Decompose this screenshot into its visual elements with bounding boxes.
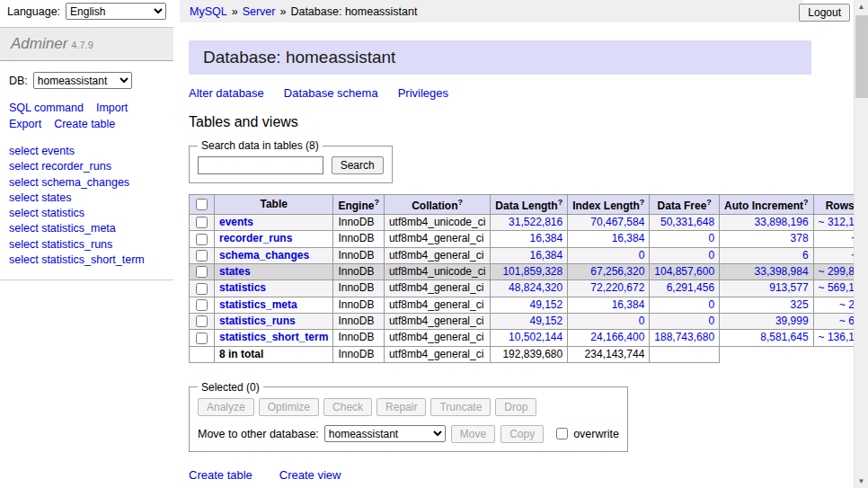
row-checkbox-states[interactable] [196, 266, 208, 278]
privileges-link[interactable]: Privileges [398, 86, 448, 100]
create-table-link[interactable]: Create table [189, 468, 252, 482]
db-select[interactable]: homeassistant [33, 72, 132, 89]
breadcrumb-server-link[interactable]: Server [243, 5, 276, 18]
create-view-link[interactable]: Create view [279, 468, 341, 482]
alter-database-link[interactable]: Alter database [189, 86, 264, 100]
data-free-link[interactable]: 0 [708, 298, 714, 311]
index-length-link[interactable]: 24,166,400 [590, 331, 644, 343]
column-header-index-length[interactable]: Index Length? [568, 195, 650, 215]
sidebar-select-statistics[interactable]: select statistics [9, 206, 164, 221]
data-free-link[interactable]: 6,291,456 [667, 281, 714, 294]
breadcrumb-mysql-link[interactable]: MySQL [190, 5, 227, 18]
sidebar-link-create-table[interactable]: Create table [54, 118, 115, 130]
data-length-link[interactable]: 48,824,320 [509, 281, 562, 294]
column-header-auto-increment[interactable]: Auto Increment? [720, 195, 814, 215]
data-free-link[interactable]: 0 [708, 315, 714, 327]
data-length-link[interactable]: 101,859,328 [502, 265, 562, 278]
sidebar-select-schema-changes[interactable]: select schema_changes [9, 175, 164, 191]
auto-increment-link[interactable]: 8,581,645 [760, 331, 808, 343]
optimize-button[interactable]: Optimize [259, 398, 319, 416]
auto-increment-link[interactable]: 33,898,196 [755, 216, 809, 228]
data-length-link[interactable]: 16,384 [529, 249, 562, 262]
index-length-link[interactable]: 16,384 [612, 232, 645, 244]
sidebar-link-sql-command[interactable]: SQL command [9, 102, 84, 114]
sidebar-select-statistics-meta[interactable]: select statistics_meta [9, 221, 164, 236]
data-free-link[interactable]: 188,743,680 [654, 331, 714, 343]
scroll-up-arrow-icon[interactable]: ▲ [855, 0, 868, 13]
table-name-link-statistics[interactable]: statistics [219, 281, 266, 294]
column-header-collation[interactable]: Collation? [384, 195, 490, 215]
index-length-link[interactable]: 67,256,320 [590, 265, 644, 278]
table-name-link-schema-changes[interactable]: schema_changes [219, 249, 309, 262]
data-free-link[interactable]: 104,857,600 [654, 265, 714, 278]
row-checkbox-statistics-meta[interactable] [196, 299, 208, 311]
move-button[interactable]: Move [451, 425, 495, 443]
scrollbar-thumb[interactable] [855, 15, 868, 98]
move-db-select[interactable]: homeassistant [324, 425, 446, 442]
overwrite-checkbox[interactable] [556, 428, 568, 439]
sidebar-select-states[interactable]: select states [9, 191, 164, 206]
index-length-link[interactable]: 0 [639, 249, 645, 262]
table-name-link-statistics-short-term[interactable]: statistics_short_term [219, 331, 328, 343]
logout-button[interactable]: Logout [799, 4, 850, 22]
truncate-button[interactable]: Truncate [430, 398, 491, 416]
column-header-data-length[interactable]: Data Length? [491, 195, 568, 215]
language-label: Language: [7, 5, 60, 18]
sidebar-select-events[interactable]: select events [9, 144, 164, 159]
index-length-link[interactable]: 70,467,584 [590, 216, 644, 228]
db-label: DB: [9, 75, 28, 87]
sidebar-link-export[interactable]: Export [9, 118, 41, 130]
sidebar-select-statistics-short-term[interactable]: select statistics_short_term [9, 253, 164, 268]
data-length-link[interactable]: 10,502,144 [509, 331, 562, 343]
row-checkbox-schema-changes[interactable] [196, 250, 208, 262]
auto-increment-link[interactable]: 913,577 [769, 281, 808, 294]
auto-increment-link[interactable]: 325 [791, 298, 809, 311]
row-checkbox-events[interactable] [196, 217, 208, 228]
table-row-events: eventsInnoDButf8mb4_unicode_ci31,522,816… [190, 215, 868, 231]
search-button[interactable]: Search [332, 156, 384, 174]
column-header-engine[interactable]: Engine? [333, 195, 385, 215]
table-name-link-states[interactable]: states [219, 265, 251, 278]
data-free-link[interactable]: 50,331,648 [660, 216, 714, 228]
auto-increment-link[interactable]: 33,398,984 [755, 265, 809, 278]
analyze-button[interactable]: Analyze [198, 398, 254, 416]
auto-increment-link[interactable]: 6 [802, 249, 809, 262]
database-schema-link[interactable]: Database schema [284, 86, 378, 100]
table-name-link-statistics-meta[interactable]: statistics_meta [219, 298, 297, 311]
data-free-link[interactable]: 0 [708, 249, 714, 262]
row-checkbox-statistics[interactable] [196, 283, 208, 295]
row-checkbox-statistics-short-term[interactable] [196, 333, 208, 344]
row-checkbox-statistics-runs[interactable] [196, 315, 208, 327]
vertical-scrollbar[interactable]: ▲ ▼ [854, 0, 868, 488]
sidebar-link-import[interactable]: Import [96, 102, 128, 114]
sidebar-select-recorder-runs[interactable]: select recorder_runs [9, 159, 164, 174]
sidebar-select-statistics-runs[interactable]: select statistics_runs [9, 237, 164, 253]
repair-button[interactable]: Repair [376, 398, 426, 416]
auto-increment-link[interactable]: 39,999 [775, 315, 809, 327]
data-length-link[interactable]: 31,522,816 [509, 216, 562, 228]
data-length-link[interactable]: 49,152 [529, 315, 562, 327]
table-name-link-recorder-runs[interactable]: recorder_runs [219, 232, 292, 244]
column-header-table[interactable]: Table [215, 195, 333, 215]
index-length-link[interactable]: 0 [639, 315, 645, 327]
row-checkbox-recorder-runs[interactable] [196, 234, 208, 245]
index-length-link[interactable]: 72,220,672 [590, 281, 644, 294]
data-length-link[interactable]: 16,384 [529, 232, 562, 244]
table-name-link-events[interactable]: events [219, 216, 253, 228]
data-length-link[interactable]: 49,152 [529, 298, 562, 311]
table-name-link-statistics-runs[interactable]: statistics_runs [219, 315, 296, 327]
data-free-link[interactable]: 0 [708, 232, 714, 244]
search-input[interactable] [198, 156, 323, 174]
table-name-cell: states [215, 263, 333, 279]
scroll-down-arrow-icon[interactable]: ▼ [855, 475, 868, 488]
move-label: Move to other database: [198, 428, 319, 440]
select-all-checkbox[interactable] [196, 199, 208, 210]
column-header-data-free[interactable]: Data Free? [650, 195, 720, 215]
drop-button[interactable]: Drop [495, 398, 536, 416]
index-length-link[interactable]: 16,384 [612, 298, 645, 311]
check-button[interactable]: Check [323, 398, 372, 416]
adminer-page: Language: English MySQL » Server » Datab… [0, 0, 868, 488]
language-select[interactable]: English [66, 3, 166, 20]
copy-button[interactable]: Copy [500, 425, 544, 443]
auto-increment-link[interactable]: 378 [791, 232, 809, 244]
